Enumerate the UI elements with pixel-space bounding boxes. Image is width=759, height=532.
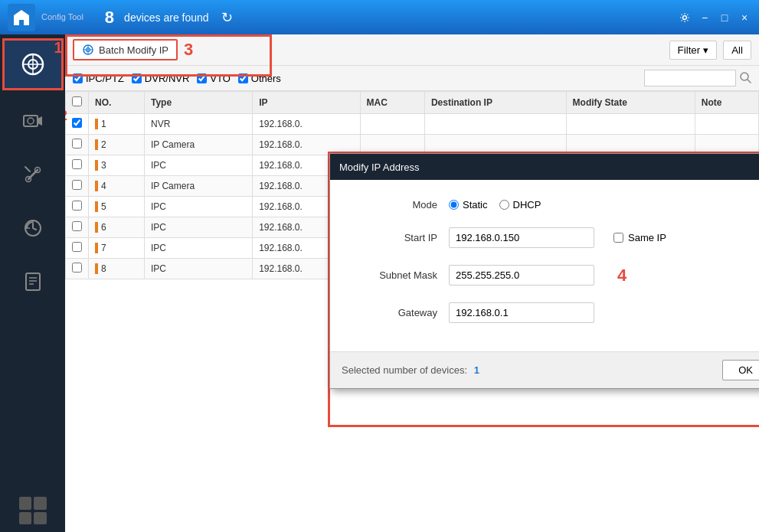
step3-label: 3 bbox=[184, 40, 193, 60]
sidebar-item-ip-config[interactable]: 1 bbox=[2, 38, 64, 90]
subnet-mask-input[interactable]: 255.255.255.0 bbox=[449, 265, 594, 286]
row-checkbox[interactable] bbox=[72, 221, 82, 231]
row-type: NVR bbox=[145, 114, 253, 135]
mode-controls: Static DHCP bbox=[449, 199, 541, 211]
device-bar-icon bbox=[95, 160, 98, 171]
maximize-button[interactable]: □ bbox=[718, 11, 731, 24]
search-icon[interactable] bbox=[739, 71, 751, 86]
gateway-row: Gateway 192.168.0.1 bbox=[361, 302, 750, 323]
col-header-modify-state: Modify State bbox=[566, 92, 695, 114]
same-ip-label: Same IP bbox=[628, 232, 666, 243]
sidebar-item-camera[interactable] bbox=[0, 94, 65, 148]
svg-point-0 bbox=[683, 15, 687, 19]
search-input[interactable] bbox=[644, 70, 736, 86]
row-checkbox-cell bbox=[66, 135, 89, 155]
title-bar-left: Config Tool 8 devices are found ↻ bbox=[8, 4, 678, 31]
subnet-mask-label: Subnet Mask bbox=[361, 269, 437, 281]
title-bar: Config Tool 8 devices are found ↻ − □ × bbox=[0, 0, 759, 34]
device-bar-icon bbox=[95, 243, 98, 253]
row-checkbox-cell bbox=[66, 259, 89, 279]
row-no: 8 bbox=[89, 259, 145, 279]
col-header-type: Type bbox=[145, 92, 253, 114]
start-ip-controls: 192.168.0.150 Same IP bbox=[449, 227, 666, 248]
search-box bbox=[644, 70, 751, 86]
row-checkbox-cell bbox=[66, 238, 89, 259]
row-ip: 192.168.0. bbox=[253, 114, 360, 135]
row-type: IPC bbox=[145, 238, 253, 259]
row-modify-state bbox=[566, 135, 695, 155]
device-bar-icon bbox=[95, 139, 98, 150]
row-no: 4 bbox=[89, 176, 145, 197]
toolbar: Batch Modify IP 3 Filter ▾ All bbox=[65, 34, 759, 66]
sidebar-item-update[interactable] bbox=[0, 201, 65, 255]
main-layout: 1 bbox=[0, 34, 759, 532]
select-all-checkbox[interactable] bbox=[72, 96, 82, 106]
start-ip-label: Start IP bbox=[361, 232, 437, 243]
same-ip-checkbox[interactable] bbox=[613, 233, 623, 243]
svg-line-20 bbox=[748, 80, 751, 83]
row-type: IP Camera bbox=[145, 176, 253, 197]
row-checkbox[interactable] bbox=[72, 201, 82, 211]
row-checkbox[interactable] bbox=[72, 242, 82, 252]
sidebar-item-log[interactable] bbox=[0, 255, 65, 308]
sidebar: 1 bbox=[0, 34, 65, 532]
dhcp-radio-option[interactable]: DHCP bbox=[499, 199, 541, 211]
row-checkbox[interactable] bbox=[72, 180, 82, 190]
device-bar-icon bbox=[95, 263, 98, 274]
row-modify-state bbox=[566, 114, 695, 135]
row-checkbox[interactable] bbox=[72, 159, 82, 169]
static-radio[interactable] bbox=[449, 200, 459, 210]
close-button[interactable]: × bbox=[738, 11, 751, 24]
batch-modify-label: Batch Modify IP bbox=[99, 44, 168, 56]
title-bar-controls: − □ × bbox=[678, 11, 751, 24]
batch-modify-button[interactable]: Batch Modify IP bbox=[73, 39, 178, 60]
row-no: 2 bbox=[89, 135, 145, 155]
all-button[interactable]: All bbox=[723, 41, 751, 60]
row-note bbox=[695, 114, 758, 135]
start-ip-input[interactable]: 192.168.0.150 bbox=[449, 227, 594, 248]
row-mac bbox=[360, 135, 424, 155]
svg-rect-5 bbox=[24, 116, 38, 126]
row-ip: 192.168.0. bbox=[253, 135, 360, 155]
ok-button[interactable]: OK bbox=[722, 360, 759, 380]
filter-row: IPC/PTZ DVR/NVR VTO Others bbox=[65, 66, 759, 91]
step1-label: 1 bbox=[54, 39, 62, 57]
gateway-input[interactable]: 192.168.0.1 bbox=[449, 302, 594, 323]
refresh-icon[interactable]: ↻ bbox=[221, 9, 233, 26]
content-wrapper: Batch Modify IP 3 Filter ▾ All IPC/PTZ bbox=[65, 34, 759, 532]
step2-label: 2 bbox=[65, 108, 67, 124]
row-type: IPC bbox=[145, 217, 253, 238]
static-radio-option[interactable]: Static bbox=[449, 199, 488, 211]
row-no: 3 bbox=[89, 155, 145, 176]
col-header-dest-ip: Destination IP bbox=[424, 92, 566, 114]
row-no: 1 bbox=[89, 114, 145, 135]
row-dest-ip bbox=[424, 135, 566, 155]
row-checkbox-cell bbox=[66, 176, 89, 197]
row-no: 6 bbox=[89, 217, 145, 238]
sidebar-item-tools[interactable] bbox=[0, 148, 65, 201]
row-checkbox[interactable] bbox=[72, 139, 82, 149]
footer-left: Selected number of devices: 1 bbox=[342, 364, 479, 376]
minimize-button[interactable]: − bbox=[698, 11, 712, 24]
app-icon bbox=[8, 4, 35, 31]
modal-title: Modify IP Address bbox=[339, 162, 420, 173]
grid-icon[interactable] bbox=[19, 497, 47, 524]
gateway-controls: 192.168.0.1 bbox=[449, 302, 594, 323]
row-checkbox[interactable] bbox=[72, 263, 82, 273]
row-dest-ip bbox=[424, 114, 566, 135]
dhcp-radio[interactable] bbox=[499, 200, 509, 210]
device-bar-icon bbox=[95, 119, 98, 129]
settings-icon[interactable] bbox=[678, 11, 692, 24]
svg-rect-11 bbox=[26, 273, 40, 290]
filter-chevron-icon: ▾ bbox=[703, 44, 708, 56]
row-no: 7 bbox=[89, 238, 145, 259]
modal-body: Mode Static DHCP Start IP bbox=[330, 180, 759, 351]
filter-button[interactable]: Filter ▾ bbox=[669, 41, 718, 60]
row-checkbox[interactable] bbox=[72, 118, 82, 128]
selected-devices-label: Selected number of devices: bbox=[342, 364, 467, 376]
app-name: Config Tool bbox=[41, 12, 83, 21]
modal-header: Modify IP Address × bbox=[330, 154, 759, 180]
static-label: Static bbox=[463, 199, 488, 211]
mode-row: Mode Static DHCP bbox=[361, 199, 750, 211]
svg-point-7 bbox=[28, 118, 34, 124]
